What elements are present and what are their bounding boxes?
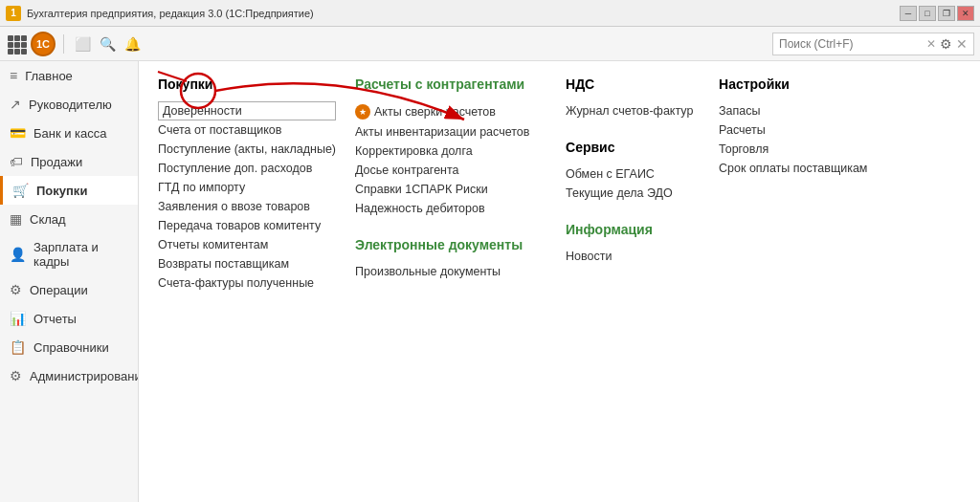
- item-scheta-postavshikov[interactable]: Счета от поставщиков: [158, 120, 336, 140]
- item-novosti[interactable]: Новости: [566, 247, 700, 266]
- main-layout: ≡ Главное ↗ Руководителю 💳 Банк и касса …: [0, 61, 980, 502]
- sections-row: Покупки Доверенности Счета от поставщико…: [158, 76, 961, 293]
- settings-section: Настройки Запасы Расчеты Торговля Срок о…: [719, 76, 910, 293]
- apps-icon[interactable]: [6, 33, 27, 55]
- warehouse-icon: ▦: [10, 211, 22, 227]
- service-title: Сервис: [566, 140, 700, 155]
- item-zhurnal[interactable]: Журнал счетов-фактур: [566, 101, 700, 120]
- window-title: Бухгалтерия предприятия, редакция 3.0 (1…: [27, 8, 900, 19]
- item-akty-sverki[interactable]: ★ Акты сверки расчетов: [355, 101, 546, 122]
- sidebar-label-references: Справочники: [33, 340, 109, 355]
- info-title: Информация: [566, 222, 700, 237]
- maximize-button[interactable]: □: [919, 6, 936, 21]
- sidebar-label-main: Главное: [25, 69, 73, 83]
- sidebar-item-admin[interactable]: ⚙ Администрирование: [0, 361, 138, 390]
- app-icon: 1: [6, 6, 21, 21]
- item-edo[interactable]: Текущие дела ЭДО: [566, 184, 700, 203]
- search-settings-icon[interactable]: ⚙: [940, 36, 952, 52]
- sidebar-item-bank[interactable]: 💳 Банк и касса: [0, 119, 138, 147]
- admin-icon: ⚙: [10, 368, 22, 383]
- vat-section: НДС Журнал счетов-фактур Сервис Обмен с …: [566, 76, 719, 293]
- back-button[interactable]: ⬜: [72, 33, 93, 55]
- toolbar: 1С ⬜ 🔍 🔔 ✕ ⚙ ✕: [0, 27, 980, 61]
- item-vozvrat[interactable]: Возвраты поставщикам: [158, 254, 336, 273]
- item-postuplenie-dop[interactable]: Поступление доп. расходов: [158, 159, 336, 178]
- sidebar-label-sales: Продажи: [31, 155, 82, 169]
- item-egais[interactable]: Обмен с ЕГАИС: [566, 164, 700, 184]
- sidebar-item-purchases[interactable]: 🛒 Покупки: [0, 176, 138, 205]
- reports-icon: 📊: [10, 311, 26, 326]
- salary-icon: 👤: [10, 247, 26, 262]
- item-spravki[interactable]: Справки 1СПАРК Риски: [355, 180, 546, 199]
- settings-title: Настройки: [719, 76, 891, 92]
- search-close-button[interactable]: ✕: [956, 36, 968, 52]
- search-input[interactable]: [779, 37, 923, 51]
- item-dosye[interactable]: Досье контрагента: [355, 161, 546, 180]
- search-box[interactable]: ✕ ⚙ ✕: [772, 33, 974, 55]
- window-controls[interactable]: ─ □ ❐ ✕: [900, 6, 974, 21]
- sidebar-item-references[interactable]: 📋 Справочники: [0, 333, 138, 361]
- purchases-section: Покупки Доверенности Счета от поставщико…: [158, 76, 355, 293]
- titlebar: 1 Бухгалтерия предприятия, редакция 3.0 …: [0, 0, 980, 27]
- item-torgovlya[interactable]: Торговля: [719, 140, 891, 159]
- item-zayavleniya[interactable]: Заявления о ввозе товаров: [158, 197, 336, 216]
- item-scheta-faktury[interactable]: Счета-фактуры полученные: [158, 273, 336, 293]
- item-korrektiroka[interactable]: Корректировка долга: [355, 142, 546, 161]
- sidebar-item-operations[interactable]: ⚙ Операции: [0, 275, 138, 304]
- notification-button[interactable]: 🔔: [122, 33, 143, 55]
- purchases-icon: 🛒: [12, 183, 29, 198]
- restore-button[interactable]: ❐: [938, 6, 955, 21]
- sidebar-item-main[interactable]: ≡ Главное: [0, 61, 138, 90]
- sidebar-label-admin: Администрирование: [30, 369, 139, 383]
- item-srok[interactable]: Срок оплаты поставщикам: [719, 159, 891, 178]
- sidebar-label-warehouse: Склад: [30, 212, 66, 227]
- sidebar-label-salary: Зарплата и кадры: [33, 240, 128, 269]
- home-circle-button[interactable]: 1С: [31, 32, 56, 56]
- contractors-section: Расчеты с контрагентами ★ Акты сверки ра…: [355, 76, 566, 293]
- content-area: Покупки Доверенности Счета от поставщико…: [139, 61, 980, 502]
- menu-icon: ≡: [10, 68, 17, 83]
- item-nadezhnost[interactable]: Надежность дебиторов: [355, 199, 546, 218]
- sidebar: ≡ Главное ↗ Руководителю 💳 Банк и касса …: [0, 61, 139, 502]
- purchases-title: Покупки: [158, 76, 336, 92]
- sidebar-label-purchases: Покупки: [36, 184, 87, 198]
- search-toolbar-button[interactable]: 🔍: [97, 33, 118, 55]
- star-badge: ★: [355, 104, 370, 120]
- separator: [63, 34, 64, 54]
- contractors-title: Расчеты с контрагентами: [355, 76, 546, 92]
- item-proizvol-docs[interactable]: Произвольные документы: [355, 262, 546, 281]
- item-peredacha[interactable]: Передача товаров комитенту: [158, 216, 336, 235]
- item-postuplenie-akty[interactable]: Поступление (акты, накладные): [158, 140, 336, 159]
- item-akty-inventarizatsii[interactable]: Акты инвентаризации расчетов: [355, 122, 546, 142]
- sidebar-label-manager: Руководителю: [29, 98, 112, 112]
- edocs-title: Электронные документы: [355, 237, 546, 252]
- sidebar-item-reports[interactable]: 📊 Отчеты: [0, 304, 138, 333]
- info-subsection: Информация Новости: [566, 222, 700, 266]
- sidebar-item-sales[interactable]: 🏷 Продажи: [0, 147, 138, 176]
- references-icon: 📋: [10, 339, 26, 355]
- close-button[interactable]: ✕: [957, 6, 974, 21]
- item-raschety[interactable]: Расчеты: [719, 120, 891, 140]
- search-clear-button[interactable]: ✕: [926, 37, 936, 51]
- sales-icon: 🏷: [10, 154, 23, 169]
- sidebar-item-manager[interactable]: ↗ Руководителю: [0, 90, 138, 119]
- vat-title: НДС: [566, 76, 700, 92]
- bank-icon: 💳: [10, 125, 26, 141]
- manager-icon: ↗: [10, 97, 21, 112]
- item-doverennosti[interactable]: Доверенности: [158, 101, 336, 120]
- item-otchety[interactable]: Отчеты комитентам: [158, 235, 336, 254]
- service-subsection: Сервис Обмен с ЕГАИС Текущие дела ЭДО: [566, 140, 700, 203]
- sidebar-item-warehouse[interactable]: ▦ Склад: [0, 205, 138, 233]
- sidebar-item-salary[interactable]: 👤 Зарплата и кадры: [0, 233, 138, 275]
- sidebar-label-operations: Операции: [30, 283, 88, 297]
- sidebar-label-bank: Банк и касса: [33, 126, 107, 141]
- edocs-subsection: Электронные документы Произвольные докум…: [355, 237, 546, 281]
- content-wrapper: Покупки Доверенности Счета от поставщико…: [158, 76, 961, 293]
- minimize-button[interactable]: ─: [900, 6, 917, 21]
- sidebar-label-reports: Отчеты: [33, 312, 77, 326]
- item-gtd[interactable]: ГТД по импорту: [158, 178, 336, 197]
- item-zapasy[interactable]: Запасы: [719, 101, 891, 120]
- operations-icon: ⚙: [10, 282, 22, 297]
